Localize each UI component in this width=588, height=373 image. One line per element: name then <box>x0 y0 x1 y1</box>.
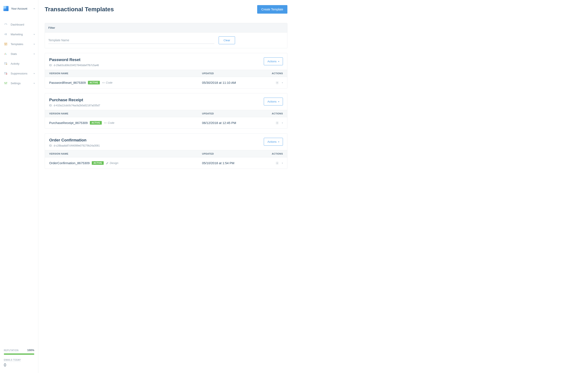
actions-label: Actions <box>267 60 277 63</box>
chevron-down-icon: ▾ <box>278 101 279 103</box>
gauge-icon <box>3 22 8 26</box>
nav-label: Activity <box>11 62 19 65</box>
version-updated: 05/10/2018 at 1:54 PM <box>202 161 257 165</box>
chevron-down-icon[interactable]: ▾ <box>282 82 283 84</box>
nav-label: Settings <box>11 82 21 85</box>
chevron-down-icon: ▾ <box>34 82 35 84</box>
version-name: OrderConfirmation_8675309 <box>49 161 90 165</box>
svg-rect-0 <box>4 43 7 44</box>
chart-icon <box>3 52 8 56</box>
editor-type: Design <box>106 161 118 165</box>
version-row: PurchaseReceipt_8675309ACTIVECode06/12/2… <box>45 117 287 129</box>
col-actions: ACTIONS <box>257 72 283 75</box>
svg-point-10 <box>277 82 278 83</box>
gear-icon[interactable] <box>275 81 279 84</box>
version-name: PasswordReset_8675309 <box>49 81 86 84</box>
chevron-down-icon: ▾ <box>34 8 35 10</box>
svg-point-12 <box>277 163 278 163</box>
nav-label: Suppressions <box>11 72 27 75</box>
create-template-button[interactable]: Create Template <box>257 5 287 14</box>
sidebar-item-settings[interactable]: Settings ▾ <box>0 78 38 88</box>
code-icon <box>104 121 107 124</box>
megaphone-icon <box>3 32 8 36</box>
emails-today-label: EMAILS TODAY <box>4 359 21 362</box>
sidebar-nav: Dashboard Marketing ▾ Templates ▾ <box>0 20 38 345</box>
template-name: Purchase Receipt <box>49 98 100 102</box>
templates-icon <box>3 42 8 46</box>
editor-type: Code <box>104 121 114 124</box>
nav-label: Stats <box>11 52 17 56</box>
active-badge: ACTIVE <box>92 161 104 165</box>
col-actions: ACTIONS <box>257 152 283 155</box>
template-name: Order Confirmation <box>49 138 100 142</box>
col-version-name: VERSION NAME <box>49 152 202 155</box>
sliders-icon <box>3 81 8 85</box>
reputation-label: REPUTATION <box>4 349 19 352</box>
svg-point-11 <box>277 122 278 123</box>
clear-button[interactable]: Clear <box>219 36 235 44</box>
account-label: Your Account <box>11 7 32 10</box>
svg-point-9 <box>6 82 7 83</box>
nav-label: Marketing <box>11 33 23 36</box>
template-id: ID:d-c26baafa97cf44099e079279b24a3081 <box>49 144 100 147</box>
version-updated: 05/30/2018 at 11:10 AM <box>202 81 257 84</box>
sidebar-item-dashboard[interactable]: Dashboard <box>0 20 38 29</box>
chevron-down-icon: ▾ <box>34 53 35 55</box>
filter-heading: Filter <box>45 23 287 32</box>
sidebar-item-suppressions[interactable]: Suppressions ▾ <box>0 69 38 78</box>
template-name-input[interactable] <box>48 37 214 44</box>
template-actions-button[interactable]: Actions▾ <box>264 98 283 105</box>
editor-label: Code <box>106 81 112 84</box>
gear-icon[interactable] <box>275 161 279 165</box>
logo-icon <box>3 6 9 11</box>
svg-point-8 <box>6 83 6 84</box>
account-menu[interactable]: Your Account ▾ <box>0 4 38 15</box>
main-content: Transactional Templates Create Template … <box>38 0 294 373</box>
reputation-percent: 100% <box>27 349 34 352</box>
template-id-label: ID: <box>49 64 52 67</box>
chevron-down-icon: ▾ <box>34 72 35 75</box>
template-actions-button[interactable]: Actions▾ <box>264 57 283 65</box>
sidebar-item-templates[interactable]: Templates ▾ <box>0 39 38 49</box>
col-updated: UPDATED <box>202 112 257 115</box>
actions-label: Actions <box>267 100 277 103</box>
version-name: PurchaseReceipt_8675309 <box>49 121 88 125</box>
svg-rect-2 <box>6 44 7 45</box>
template-name: Password Reset <box>49 57 99 62</box>
chevron-down-icon: ▾ <box>34 43 35 45</box>
pencil-icon <box>106 162 109 165</box>
version-row: PasswordReset_8675309ACTIVECode05/30/201… <box>45 77 287 88</box>
template-actions-button[interactable]: Actions▾ <box>264 138 283 146</box>
chevron-down-icon[interactable]: ▾ <box>282 162 283 164</box>
version-updated: 06/12/2018 at 12:45 PM <box>202 121 257 125</box>
sidebar-item-stats[interactable]: Stats ▾ <box>0 49 38 59</box>
template-id-value: d-c26baafa97cf44099e079279b24a3081 <box>54 144 100 147</box>
sidebar-item-marketing[interactable]: Marketing ▾ <box>0 29 38 39</box>
svg-rect-1 <box>4 44 6 45</box>
template-id-value: d-410a12cdc0c74acfa2b0a52187a035d7 <box>54 104 100 107</box>
editor-label: Code <box>108 121 114 124</box>
active-badge: ACTIVE <box>88 81 100 84</box>
template-panel: Order ConfirmationID:d-c26baafa97cf44099… <box>45 133 287 169</box>
col-version-name: VERSION NAME <box>49 112 202 115</box>
editor-type: Code <box>102 81 112 84</box>
svg-point-4 <box>6 64 7 65</box>
sidebar: Your Account ▾ Dashboard Marketing ▾ <box>0 0 38 373</box>
template-id: ID:d-29a63cd08c034f27840ddef7fb7c5a46 <box>49 64 99 67</box>
col-updated: UPDATED <box>202 152 257 155</box>
col-actions: ACTIONS <box>257 112 283 115</box>
sidebar-item-activity[interactable]: Activity <box>0 59 38 69</box>
nav-label: Templates <box>11 42 23 46</box>
chevron-down-icon: ▾ <box>278 60 279 62</box>
template-panel: Purchase ReceiptID:d-410a12cdc0c74acfa2b… <box>45 93 287 129</box>
gear-icon[interactable] <box>275 121 279 125</box>
svg-point-7 <box>4 82 5 83</box>
filter-panel: Filter Clear <box>45 23 287 48</box>
chevron-down-icon[interactable]: ▾ <box>282 122 283 124</box>
version-row: OrderConfirmation_8675309ACTIVEDesign05/… <box>45 157 287 169</box>
nav-label: Dashboard <box>11 23 24 26</box>
code-icon <box>102 81 105 84</box>
suppressions-icon <box>3 71 8 75</box>
page-title: Transactional Templates <box>45 6 257 13</box>
template-panel: Password ResetID:d-29a63cd08c034f27840dd… <box>45 53 287 89</box>
